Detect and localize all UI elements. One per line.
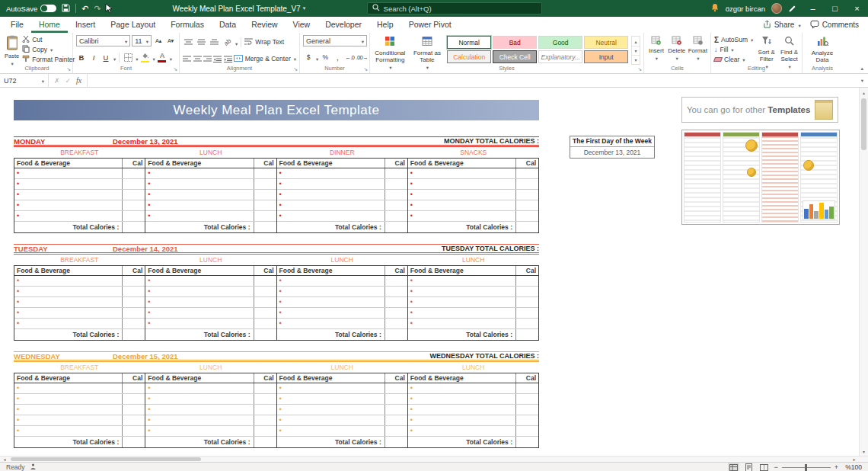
meal-label-lunch[interactable]: LUNCH — [408, 364, 540, 371]
meal-data-row[interactable]: • — [408, 319, 538, 329]
cal-cell[interactable] — [385, 287, 407, 296]
cal-cell[interactable] — [122, 190, 145, 200]
meal-data-row[interactable]: • — [14, 394, 145, 405]
cal-cell[interactable] — [515, 168, 538, 178]
percent-style-button[interactable]: % — [320, 52, 330, 62]
day-date[interactable]: December 15, 2021 — [113, 352, 429, 360]
meal-data-row[interactable]: • — [14, 405, 145, 415]
style-chip-calculation[interactable]: Calculation — [447, 50, 491, 63]
meal-data-row[interactable]: • — [145, 276, 276, 287]
cal-cell[interactable] — [254, 405, 276, 415]
cal-cell[interactable] — [515, 190, 538, 200]
food-cell[interactable]: • — [14, 168, 122, 178]
meal-data-row[interactable]: • — [145, 383, 276, 394]
font-name-select[interactable]: Calibri — [76, 35, 130, 46]
meal-total-row[interactable]: Total Calories : — [14, 329, 145, 340]
cal-cell[interactable] — [385, 319, 407, 328]
meal-data-row[interactable]: • — [14, 276, 145, 287]
zoom-level[interactable]: %100 — [842, 463, 862, 471]
cal-cell[interactable] — [385, 190, 407, 200]
templates-preview-image[interactable] — [681, 130, 840, 225]
insert-cells-button[interactable]: Insert — [647, 35, 665, 64]
meal-data-row[interactable]: • — [408, 190, 538, 200]
number-dialog-launcher[interactable]: ↘ — [363, 66, 368, 72]
enter-icon[interactable]: ✓ — [65, 77, 72, 85]
vertical-scrollbar-thumb[interactable] — [861, 98, 866, 150]
number-format-select[interactable]: General — [303, 35, 367, 46]
align-right-button[interactable] — [203, 53, 212, 64]
meal-data-row[interactable]: • — [277, 211, 407, 222]
cal-cell[interactable] — [254, 383, 276, 393]
cal-cell[interactable] — [385, 415, 407, 425]
style-chip-neutral[interactable]: Neutral — [584, 36, 628, 49]
cal-cell[interactable] — [515, 297, 538, 307]
close-button[interactable]: × — [846, 0, 868, 17]
food-cell[interactable]: • — [408, 297, 515, 307]
meal-label-lunch[interactable]: LUNCH — [408, 256, 540, 264]
meal-table-header[interactable]: Food & BeverageCal — [277, 266, 407, 276]
scroll-up-icon[interactable] — [860, 88, 868, 97]
food-cell[interactable]: • — [145, 415, 253, 425]
accounting-format-button[interactable]: $ — [303, 52, 314, 62]
food-cell[interactable]: • — [277, 394, 385, 404]
meal-data-row[interactable]: • — [14, 168, 145, 179]
food-cell[interactable]: • — [408, 200, 515, 210]
cal-cell[interactable] — [254, 179, 276, 189]
document-title[interactable]: Weekly Meal Plan Excel Template_V7 — [173, 5, 301, 13]
meal-data-row[interactable]: • — [277, 415, 407, 426]
meal-data-row[interactable]: • — [277, 287, 407, 297]
meal-total-row[interactable]: Total Calories : — [277, 222, 407, 232]
style-chip-input[interactable]: Input — [584, 50, 628, 63]
day-total-calories[interactable]: WEDNESDAY TOTAL CALORIES : — [429, 352, 539, 360]
cal-cell[interactable] — [385, 297, 407, 307]
meal-data-row[interactable]: • — [277, 394, 407, 405]
meal-table-header[interactable]: Food & BeverageCal — [277, 373, 407, 383]
meal-data-row[interactable]: • — [408, 426, 538, 437]
meal-table-header[interactable]: Food & BeverageCal — [14, 266, 145, 276]
food-cell[interactable]: • — [277, 276, 385, 286]
cal-cell[interactable] — [515, 200, 538, 210]
meal-data-row[interactable]: • — [277, 426, 407, 437]
total-calories-value[interactable] — [122, 222, 145, 232]
meal-data-row[interactable]: • — [408, 276, 538, 287]
food-cell[interactable]: • — [408, 211, 515, 221]
food-cell[interactable]: • — [145, 426, 253, 436]
food-cell[interactable]: • — [14, 190, 122, 200]
name-box[interactable]: U72 — [0, 74, 49, 87]
food-cell[interactable]: • — [408, 287, 515, 296]
cal-cell[interactable] — [515, 415, 538, 425]
cal-cell[interactable] — [385, 405, 407, 415]
day-name[interactable]: MONDAY — [14, 137, 113, 146]
food-cell[interactable]: • — [145, 394, 253, 404]
total-calories-value[interactable] — [515, 437, 538, 447]
meal-label-breakfast[interactable]: BREAKFAST — [14, 256, 145, 264]
meal-data-row[interactable]: • — [277, 179, 407, 190]
meal-data-row[interactable]: • — [277, 190, 407, 200]
normal-view-button[interactable] — [728, 463, 739, 471]
cal-cell[interactable] — [515, 319, 538, 328]
meal-table-header[interactable]: Food & BeverageCal — [145, 266, 276, 276]
meal-table-header[interactable]: Food & BeverageCal — [145, 373, 276, 383]
food-cell[interactable]: • — [277, 308, 385, 318]
gallery-up-icon[interactable] — [632, 37, 640, 46]
total-calories-value[interactable] — [385, 222, 407, 232]
meal-label-dinner[interactable]: DINNER — [276, 149, 408, 156]
fill-button[interactable]: ↓ Fill — [714, 45, 753, 54]
meal-data-row[interactable]: • — [14, 297, 145, 308]
vertical-scrollbar[interactable] — [859, 88, 868, 456]
tab-page-layout[interactable]: Page Layout — [103, 17, 163, 33]
cal-cell[interactable] — [122, 179, 145, 189]
food-cell[interactable]: • — [277, 200, 385, 210]
font-size-select[interactable]: 11 — [132, 35, 152, 46]
cal-cell[interactable] — [122, 426, 145, 436]
user-avatar[interactable] — [771, 3, 782, 14]
merge-center-button[interactable]: Merge & Center — [234, 55, 296, 63]
cal-cell[interactable] — [122, 287, 145, 296]
food-cell[interactable]: • — [14, 308, 122, 318]
meal-total-row[interactable]: Total Calories : — [145, 437, 276, 447]
meal-data-row[interactable]: • — [145, 415, 276, 426]
cal-cell[interactable] — [515, 179, 538, 189]
fill-color-button[interactable] — [140, 52, 151, 62]
meal-label-breakfast[interactable]: BREAKFAST — [14, 364, 145, 371]
meal-total-row[interactable]: Total Calories : — [408, 437, 538, 447]
